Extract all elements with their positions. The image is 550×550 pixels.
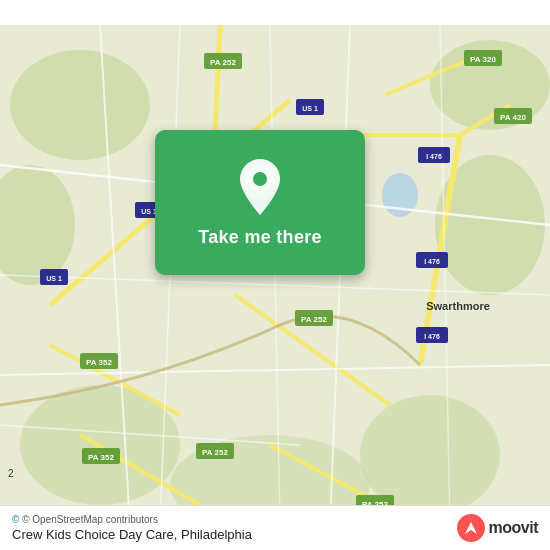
location-card[interactable]: Take me there: [155, 130, 365, 275]
osm-credit-text: © OpenStreetMap contributors: [22, 514, 158, 525]
moovit-icon: [457, 514, 485, 542]
svg-text:PA 252: PA 252: [202, 448, 228, 457]
svg-text:I 476: I 476: [424, 333, 440, 340]
svg-text:2: 2: [8, 468, 14, 479]
svg-text:PA 420: PA 420: [500, 113, 526, 122]
bottom-left-info: © © OpenStreetMap contributors Crew Kids…: [12, 514, 252, 542]
svg-point-60: [253, 172, 267, 186]
svg-text:Swarthmore: Swarthmore: [426, 300, 490, 312]
svg-text:I 476: I 476: [426, 153, 442, 160]
svg-text:PA 352: PA 352: [88, 453, 114, 462]
bottom-bar: © © OpenStreetMap contributors Crew Kids…: [0, 505, 550, 550]
svg-text:PA 252: PA 252: [301, 315, 327, 324]
moovit-logo: moovit: [457, 514, 538, 542]
svg-text:US 1: US 1: [46, 275, 62, 282]
take-me-there-button[interactable]: Take me there: [198, 227, 322, 248]
svg-text:PA 320: PA 320: [470, 55, 496, 64]
svg-text:US 1: US 1: [302, 105, 318, 112]
osm-attribution: © © OpenStreetMap contributors: [12, 514, 252, 525]
svg-text:PA 252: PA 252: [210, 58, 236, 67]
location-pin-icon: [235, 157, 285, 217]
svg-point-1: [10, 50, 150, 160]
moovit-text: moovit: [489, 519, 538, 537]
svg-text:I 476: I 476: [424, 258, 440, 265]
location-name: Crew Kids Choice Day Care, Philadelphia: [12, 527, 252, 542]
map-svg: PA 252 PA 320 US 1 I 476 PA 420 US 1 US …: [0, 0, 550, 550]
svg-text:PA 352: PA 352: [86, 358, 112, 367]
map-container: PA 252 PA 320 US 1 I 476 PA 420 US 1 US …: [0, 0, 550, 550]
